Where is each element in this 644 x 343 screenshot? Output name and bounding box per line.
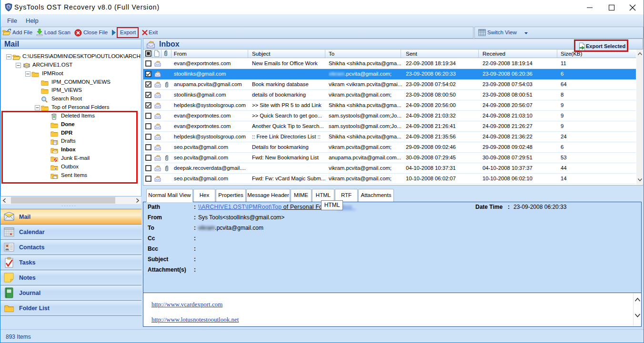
svg-text:S: S: [7, 5, 10, 9]
